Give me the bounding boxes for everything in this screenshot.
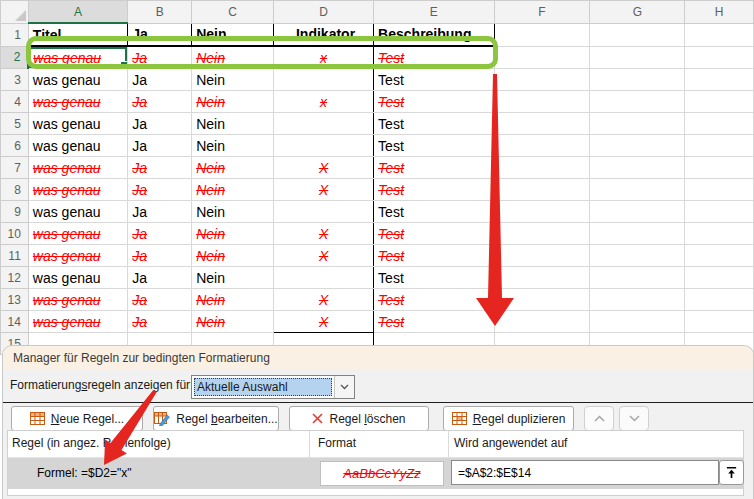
edit-rule-button[interactable]: Regel bearbeiten... bbox=[153, 406, 279, 431]
row-header-9[interactable]: 9 bbox=[1, 201, 29, 223]
cell-C12[interactable]: Nein bbox=[192, 267, 274, 289]
cell-B5[interactable]: Ja bbox=[128, 113, 192, 135]
cell-E11[interactable]: Test bbox=[374, 245, 494, 267]
row-header-2[interactable]: 2 bbox=[1, 46, 29, 69]
row-header-10[interactable]: 10 bbox=[1, 223, 29, 245]
cell-H14[interactable] bbox=[685, 311, 754, 333]
cell-C13[interactable]: Nein bbox=[192, 289, 274, 311]
cell-G4[interactable] bbox=[590, 91, 685, 113]
cell-G8[interactable] bbox=[590, 179, 685, 201]
cell-E14[interactable]: Test bbox=[374, 311, 494, 333]
cell-D14[interactable]: X bbox=[273, 311, 373, 333]
cell-D13[interactable]: X bbox=[273, 289, 373, 311]
move-rule-up-button[interactable] bbox=[584, 406, 614, 431]
cell-F4[interactable] bbox=[494, 91, 590, 113]
cell-B1[interactable]: Ja bbox=[128, 23, 192, 46]
cell-G7[interactable] bbox=[590, 157, 685, 179]
cell-A14[interactable]: was genau bbox=[28, 311, 127, 333]
cell-A11[interactable]: was genau bbox=[28, 245, 127, 267]
cell-H8[interactable] bbox=[685, 179, 754, 201]
cell-G3[interactable] bbox=[590, 69, 685, 91]
cell-E12[interactable]: Test bbox=[374, 267, 494, 289]
cell-F2[interactable] bbox=[494, 46, 590, 69]
cell-C9[interactable]: Nein bbox=[192, 201, 274, 223]
col-header-G[interactable]: G bbox=[590, 1, 685, 24]
row-header-7[interactable]: 7 bbox=[1, 157, 29, 179]
row-header-4[interactable]: 4 bbox=[1, 91, 29, 113]
cell-B6[interactable]: Ja bbox=[128, 135, 192, 157]
col-header-H[interactable]: H bbox=[685, 1, 754, 24]
cell-E10[interactable]: Test bbox=[374, 223, 494, 245]
cell-C4[interactable]: Nein bbox=[192, 91, 274, 113]
cell-H1[interactable] bbox=[685, 23, 754, 46]
cell-H7[interactable] bbox=[685, 157, 754, 179]
cell-F9[interactable] bbox=[494, 201, 590, 223]
cell-E5[interactable]: Test bbox=[374, 113, 494, 135]
row-header-6[interactable]: 6 bbox=[1, 135, 29, 157]
cell-E7[interactable]: Test bbox=[374, 157, 494, 179]
cell-D8[interactable]: X bbox=[273, 179, 373, 201]
cell-A1[interactable]: Titel bbox=[28, 23, 127, 46]
cell-D5[interactable] bbox=[273, 113, 373, 135]
cell-H3[interactable] bbox=[685, 69, 754, 91]
col-header-A[interactable]: A bbox=[28, 1, 127, 24]
cell-F11[interactable] bbox=[494, 245, 590, 267]
cell-C3[interactable]: Nein bbox=[192, 69, 274, 91]
cell-E3[interactable]: Test bbox=[374, 69, 494, 91]
cell-G2[interactable] bbox=[590, 46, 685, 69]
cell-C5[interactable]: Nein bbox=[192, 113, 274, 135]
col-header-B[interactable]: B bbox=[128, 1, 192, 24]
cell-F8[interactable] bbox=[494, 179, 590, 201]
cell-D2[interactable]: x bbox=[273, 46, 373, 69]
cell-F14[interactable] bbox=[494, 311, 590, 333]
cell-G14[interactable] bbox=[590, 311, 685, 333]
cell-A2[interactable]: was genau bbox=[28, 46, 127, 69]
cell-F1[interactable] bbox=[494, 23, 590, 46]
cell-E9[interactable]: Test bbox=[374, 201, 494, 223]
cell-E8[interactable]: Test bbox=[374, 179, 494, 201]
select-all-corner[interactable] bbox=[1, 1, 29, 24]
row-header-11[interactable]: 11 bbox=[1, 245, 29, 267]
cell-G1[interactable] bbox=[590, 23, 685, 46]
cell-F5[interactable] bbox=[494, 113, 590, 135]
rules-filter-dropdown[interactable]: Aktuelle Auswahl bbox=[191, 375, 355, 399]
cell-C7[interactable]: Nein bbox=[192, 157, 274, 179]
cell-B12[interactable]: Ja bbox=[128, 267, 192, 289]
cell-C6[interactable]: Nein bbox=[192, 135, 274, 157]
cell-C14[interactable]: Nein bbox=[192, 311, 274, 333]
cell-A9[interactable]: was genau bbox=[28, 201, 127, 223]
dropdown-chevron-icon[interactable] bbox=[334, 376, 354, 398]
applies-to-range-input[interactable] bbox=[451, 460, 719, 485]
rule-row-selected[interactable]: Formel: =$D2="x" AaBbCcYyZz bbox=[8, 458, 743, 489]
cell-C1[interactable]: Nein bbox=[192, 23, 274, 46]
new-rule-button[interactable]: Neue Regel... bbox=[11, 406, 143, 431]
cell-B11[interactable]: Ja bbox=[128, 245, 192, 267]
fill-handle[interactable] bbox=[120, 61, 128, 69]
cell-G6[interactable] bbox=[590, 135, 685, 157]
cell-H6[interactable] bbox=[685, 135, 754, 157]
cell-F10[interactable] bbox=[494, 223, 590, 245]
cell-D9[interactable] bbox=[273, 201, 373, 223]
cell-B8[interactable]: Ja bbox=[128, 179, 192, 201]
cell-C8[interactable]: Nein bbox=[192, 179, 274, 201]
cell-B2[interactable]: Ja bbox=[128, 46, 192, 69]
cell-E6[interactable]: Test bbox=[374, 135, 494, 157]
cell-G11[interactable] bbox=[590, 245, 685, 267]
cell-A4[interactable]: was genau bbox=[28, 91, 127, 113]
cell-D12[interactable] bbox=[273, 267, 373, 289]
cell-H9[interactable] bbox=[685, 201, 754, 223]
cell-E4[interactable]: Test bbox=[374, 91, 494, 113]
cell-H13[interactable] bbox=[685, 289, 754, 311]
row-header-3[interactable]: 3 bbox=[1, 69, 29, 91]
range-picker-button[interactable] bbox=[719, 460, 744, 485]
cell-B13[interactable]: Ja bbox=[128, 289, 192, 311]
cell-H4[interactable] bbox=[685, 91, 754, 113]
cell-H10[interactable] bbox=[685, 223, 754, 245]
cell-H11[interactable] bbox=[685, 245, 754, 267]
cell-A10[interactable]: was genau bbox=[28, 223, 127, 245]
row-header-12[interactable]: 12 bbox=[1, 267, 29, 289]
cell-F6[interactable] bbox=[494, 135, 590, 157]
cell-A3[interactable]: was genau bbox=[28, 69, 127, 91]
col-header-C[interactable]: C bbox=[192, 1, 274, 24]
cell-E2[interactable]: Test bbox=[374, 46, 494, 69]
